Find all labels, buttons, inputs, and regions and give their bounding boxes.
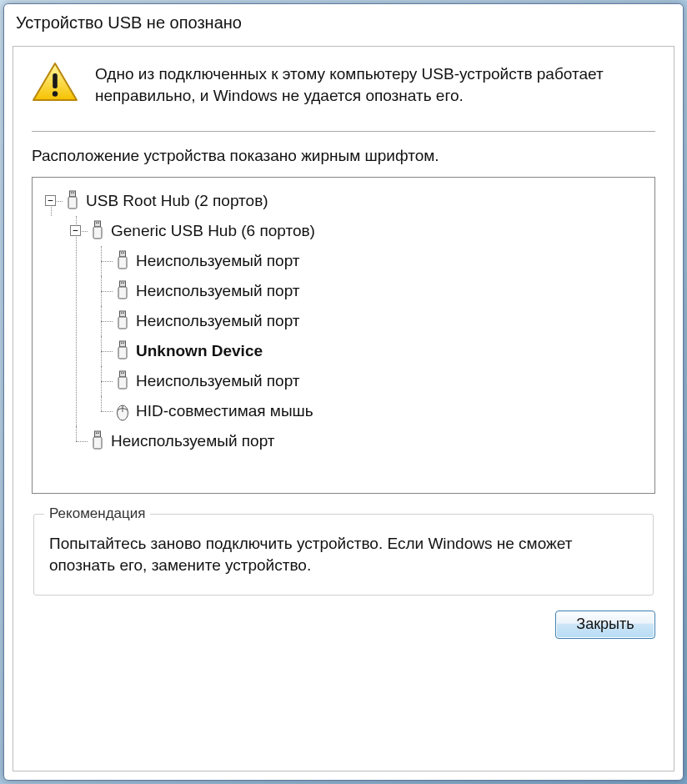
usb-icon — [114, 369, 131, 393]
svg-rect-11 — [121, 253, 123, 254]
svg-rect-0 — [53, 73, 58, 88]
tree-item-label: Неиспользуемый порт — [136, 282, 300, 300]
close-button[interactable]: Закрыть — [555, 611, 655, 639]
tree-item-label: Unknown Device — [136, 342, 263, 360]
svg-rect-34 — [98, 433, 100, 435]
separator — [32, 131, 655, 132]
svg-rect-24 — [123, 343, 125, 344]
tree-toggle[interactable]: − — [70, 225, 81, 236]
mouse-icon — [114, 400, 131, 423]
tree-item[interactable]: Неиспользуемый порт — [114, 306, 648, 336]
svg-rect-27 — [121, 373, 123, 374]
svg-rect-3 — [71, 193, 73, 194]
svg-rect-12 — [123, 253, 125, 254]
tree-item[interactable]: USB Root Hub (2 портов) — [64, 186, 648, 216]
tree-item[interactable]: Неиспользуемый порт — [114, 366, 648, 396]
tree-item-label: HID-совместимая мышь — [136, 402, 313, 420]
svg-rect-25 — [118, 347, 127, 359]
tree-item-label: Неиспользуемый порт — [136, 312, 300, 330]
svg-rect-35 — [93, 437, 102, 449]
svg-rect-6 — [95, 221, 101, 227]
tree-node: −USB Root Hub (2 портов)−Generic USB Hub… — [39, 186, 648, 456]
recommendation-title: Рекомендация — [44, 505, 150, 522]
svg-rect-15 — [121, 283, 123, 284]
tree-item-label: USB Root Hub (2 портов) — [86, 192, 268, 210]
tree-item[interactable]: Generic USB Hub (6 портов) — [89, 216, 648, 246]
svg-rect-10 — [120, 251, 126, 257]
window-title: Устройство USB не опознано — [16, 13, 242, 33]
svg-rect-16 — [123, 283, 125, 284]
usb-icon — [114, 249, 131, 273]
dialog-window: Устройство USB не опознано Одно из под — [3, 3, 684, 781]
svg-rect-7 — [96, 223, 98, 224]
svg-rect-19 — [121, 313, 123, 314]
svg-rect-17 — [118, 287, 127, 299]
svg-rect-14 — [120, 281, 126, 287]
svg-rect-23 — [121, 343, 123, 344]
tree-item[interactable]: Неиспользуемый порт — [114, 246, 648, 276]
tree-item-label: Generic USB Hub (6 портов) — [111, 222, 315, 240]
svg-rect-29 — [118, 377, 127, 389]
tree-node: HID-совместимая мышь — [89, 396, 648, 426]
svg-rect-2 — [70, 191, 76, 197]
svg-rect-20 — [123, 313, 125, 314]
tree-item-label: Неиспользуемый порт — [111, 432, 275, 450]
tree-item-label: Неиспользуемый порт — [136, 252, 300, 270]
svg-rect-18 — [120, 311, 126, 317]
dialog-content: Одно из подключенных к этому компьютеру … — [13, 46, 674, 771]
recommendation-body: Попытайтесь заново подключить устройство… — [49, 533, 638, 575]
svg-rect-28 — [123, 373, 125, 374]
tree-item-label: Неиспользуемый порт — [136, 372, 300, 390]
svg-rect-21 — [118, 317, 127, 329]
svg-point-1 — [53, 91, 58, 96]
svg-rect-32 — [95, 431, 101, 437]
tree-node: Неиспользуемый порт — [89, 276, 648, 306]
svg-rect-4 — [73, 193, 75, 194]
tree-node: Unknown Device — [89, 336, 648, 366]
usb-icon — [114, 279, 131, 303]
tree-item[interactable]: Неиспользуемый порт — [89, 426, 648, 456]
tree-node: −Generic USB Hub (6 портов)Неиспользуемы… — [64, 216, 648, 426]
usb-icon — [64, 189, 81, 213]
tree-node: Неиспользуемый порт — [89, 246, 648, 276]
warning-icon — [32, 62, 78, 103]
svg-rect-13 — [118, 257, 127, 269]
tree-item[interactable]: HID-совместимая мышь — [114, 396, 648, 426]
location-label: Расположение устройства показано жирным … — [32, 147, 655, 165]
tree-toggle[interactable]: − — [45, 195, 56, 206]
usb-icon — [89, 219, 106, 243]
tree-item[interactable]: Unknown Device — [114, 336, 648, 366]
tree-item[interactable]: Неиспользуемый порт — [114, 276, 648, 306]
svg-rect-8 — [98, 223, 100, 224]
svg-rect-22 — [120, 341, 126, 347]
svg-rect-9 — [93, 227, 102, 239]
tree-node: Неиспользуемый порт — [64, 426, 648, 456]
device-tree[interactable]: −USB Root Hub (2 портов)−Generic USB Hub… — [32, 177, 655, 494]
titlebar[interactable]: Устройство USB не опознано — [4, 4, 683, 41]
recommendation-group: Рекомендация Попытайтесь заново подключи… — [33, 514, 654, 595]
tree-node: Неиспользуемый порт — [89, 306, 648, 336]
svg-rect-33 — [96, 433, 98, 435]
tree-node: Неиспользуемый порт — [89, 366, 648, 396]
message-area: Одно из подключенных к этому компьютеру … — [32, 62, 655, 106]
svg-rect-5 — [68, 197, 77, 209]
usb-icon — [114, 339, 131, 363]
message-text: Одно из подключенных к этому компьютеру … — [95, 62, 655, 106]
usb-icon — [114, 309, 131, 333]
svg-rect-26 — [120, 371, 126, 377]
button-row: Закрыть — [32, 611, 655, 639]
usb-icon — [89, 430, 106, 453]
